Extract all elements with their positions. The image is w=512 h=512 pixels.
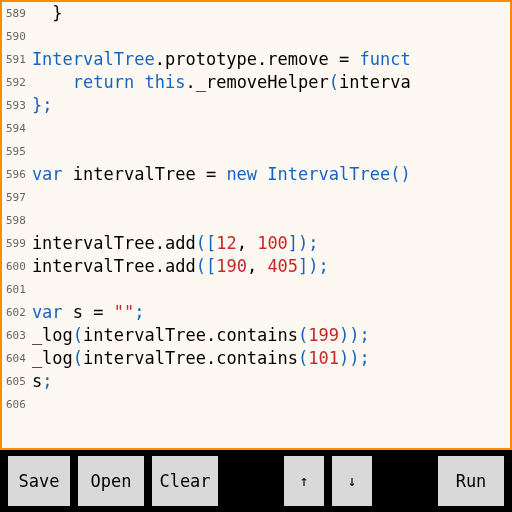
- line-number: 604: [6, 347, 26, 370]
- clear-button[interactable]: Clear: [152, 456, 218, 506]
- editor-scroll[interactable]: 5895905915925935945955965975985996006016…: [2, 2, 510, 448]
- line-number: 595: [6, 140, 26, 163]
- code-line[interactable]: [32, 209, 411, 232]
- code-line[interactable]: return this._removeHelper(interva: [32, 71, 411, 94]
- line-number: 601: [6, 278, 26, 301]
- code-text[interactable]: } IntervalTree.prototype.remove = funct …: [32, 2, 411, 416]
- scroll-down-button[interactable]: ↓: [332, 456, 372, 506]
- code-line[interactable]: [32, 25, 411, 48]
- code-line[interactable]: var intervalTree = new IntervalTree(): [32, 163, 411, 186]
- line-number: 606: [6, 393, 26, 416]
- line-number: 594: [6, 117, 26, 140]
- run-button[interactable]: Run: [438, 456, 504, 506]
- line-number: 590: [6, 25, 26, 48]
- code-line[interactable]: intervalTree.add([190, 405]);: [32, 255, 411, 278]
- save-button[interactable]: Save: [8, 456, 70, 506]
- code-line[interactable]: _log(intervalTree.contains(199));: [32, 324, 411, 347]
- line-number: 598: [6, 209, 26, 232]
- line-number: 600: [6, 255, 26, 278]
- line-number: 597: [6, 186, 26, 209]
- scroll-up-button[interactable]: ↑: [284, 456, 324, 506]
- code-line[interactable]: intervalTree.add([12, 100]);: [32, 232, 411, 255]
- code-line[interactable]: }: [32, 2, 411, 25]
- line-number: 593: [6, 94, 26, 117]
- app-root: 5895905915925935945955965975985996006016…: [0, 0, 512, 512]
- code-line[interactable]: };: [32, 94, 411, 117]
- code-line[interactable]: IntervalTree.prototype.remove = funct: [32, 48, 411, 71]
- line-number: 591: [6, 48, 26, 71]
- line-number: 599: [6, 232, 26, 255]
- line-number-gutter: 5895905915925935945955965975985996006016…: [2, 2, 32, 416]
- code-line[interactable]: _log(intervalTree.contains(101));: [32, 347, 411, 370]
- code-line[interactable]: var s = "";: [32, 301, 411, 324]
- code-line[interactable]: [32, 393, 411, 416]
- editor-frame: 5895905915925935945955965975985996006016…: [0, 0, 512, 450]
- code-line[interactable]: s;: [32, 370, 411, 393]
- code-line[interactable]: [32, 117, 411, 140]
- code-area[interactable]: 5895905915925935945955965975985996006016…: [2, 2, 510, 416]
- code-line[interactable]: [32, 278, 411, 301]
- line-number: 602: [6, 301, 26, 324]
- line-number: 605: [6, 370, 26, 393]
- line-number: 603: [6, 324, 26, 347]
- code-line[interactable]: [32, 140, 411, 163]
- line-number: 592: [6, 71, 26, 94]
- line-number: 589: [6, 2, 26, 25]
- line-number: 596: [6, 163, 26, 186]
- code-line[interactable]: [32, 186, 411, 209]
- toolbar: Save Open Clear ↑ ↓ Run: [0, 450, 512, 512]
- open-button[interactable]: Open: [78, 456, 144, 506]
